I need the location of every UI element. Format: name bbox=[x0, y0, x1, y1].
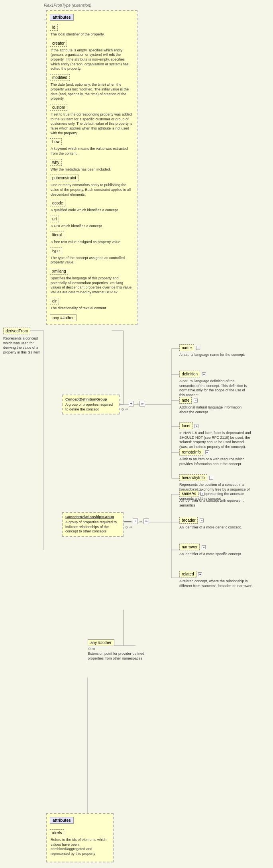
any-other-bottom-section: any ##other 0..∞ Extension point for pro… bbox=[88, 638, 151, 661]
pubconstraint-desc: One or many constraints apply to publish… bbox=[51, 183, 134, 197]
arrow-3: → bbox=[139, 519, 142, 523]
xmllang-desc: Specifies the language of this property … bbox=[51, 276, 134, 295]
creator-desc: If the attribute is empty, specifies whi… bbox=[51, 48, 134, 71]
qcode-field[interactable]: qcode bbox=[50, 200, 65, 206]
concept-rel-range: 0..∞ bbox=[126, 525, 132, 529]
name-desc: A natural language name for the concept. bbox=[179, 353, 245, 357]
facet-desc: In NAR 1.8 and later, facet is deprecate… bbox=[179, 431, 251, 450]
how-desc: A keyword which means the value was extr… bbox=[51, 147, 134, 156]
idrefs-field-container: idrefs Refers to the ids of elements whi… bbox=[50, 829, 110, 856]
note-desc: Additional natural language information … bbox=[179, 405, 251, 414]
hierarchy-info-field[interactable]: hierarchyInfo bbox=[179, 474, 207, 481]
uri-field[interactable]: uri bbox=[50, 216, 59, 222]
why-field-container: why Why the metadata has been included. bbox=[50, 158, 134, 172]
related-field[interactable]: related bbox=[179, 571, 196, 577]
connector-box-1: + bbox=[129, 401, 134, 407]
definition-field[interactable]: definition bbox=[179, 371, 200, 377]
connector-box-3: + bbox=[133, 518, 138, 524]
broader-item: broader + An identifier of a more generi… bbox=[179, 516, 242, 530]
modified-desc: The date (and, optionally, the time) whe… bbox=[51, 82, 134, 101]
concept-relationships-group-box: ConceptRelationshipsGroup A group of pro… bbox=[62, 512, 124, 537]
concept-definition-group-desc: A group of properties required to define… bbox=[65, 403, 116, 412]
hierarchy-info-expand-icon[interactable]: + bbox=[209, 476, 213, 480]
main-attributes-box: attributes id The local identifier of th… bbox=[46, 10, 137, 325]
connector-box-4: ∞ bbox=[143, 518, 149, 524]
modified-field-container: modified The date (and, optionally, the … bbox=[50, 73, 134, 101]
creator-field-container: creator If the attribute is empty, speci… bbox=[50, 39, 134, 71]
why-desc: Why the metadata has been included. bbox=[51, 167, 134, 172]
any-other-bottom-desc: Extension point for provider-defined pro… bbox=[88, 652, 151, 661]
narrower-item: narrower + An identifier of a more speci… bbox=[179, 543, 242, 557]
any-other-bottom-box: any ##other bbox=[88, 639, 114, 646]
broader-expand-icon[interactable]: + bbox=[200, 518, 204, 522]
modified-field[interactable]: modified bbox=[50, 74, 70, 81]
page-title: Flex1PropType (extension) bbox=[44, 3, 91, 8]
bottom-attributes-header-container: attributes bbox=[50, 817, 110, 826]
derived-from-desc: Represents a concept which was used for … bbox=[3, 336, 41, 355]
name-field[interactable]: name bbox=[179, 344, 194, 351]
note-item: note + Additional natural language infor… bbox=[179, 396, 251, 414]
literal-desc: A free-text value assigned as property v… bbox=[51, 240, 134, 245]
concept-def-range: 0..∞ bbox=[122, 407, 128, 411]
pubconstraint-field-container: pubconstraint One or many constraints ap… bbox=[50, 174, 134, 197]
qcode-field-container: qcode A qualified code which identifies … bbox=[50, 199, 134, 213]
facet-item: facet + In NAR 1.8 and later, facet is d… bbox=[179, 422, 251, 450]
bottom-attributes-box: attributes idrefs Refers to the ids of e… bbox=[46, 813, 114, 862]
remote-info-desc: A link to an item or a web resource whic… bbox=[179, 457, 251, 466]
remote-info-item: remoteInfo + A link to an item or a web … bbox=[179, 448, 251, 466]
any-other-box: any ##other bbox=[50, 314, 77, 321]
arrow-connector-2: —— bbox=[124, 519, 132, 523]
narrower-desc: An identifier of a more specific concept… bbox=[179, 552, 242, 557]
literal-field[interactable]: literal bbox=[50, 232, 64, 238]
type-field[interactable]: type bbox=[50, 247, 62, 254]
related-desc: A related concept, where the relationshi… bbox=[179, 579, 255, 588]
creator-field[interactable]: creator bbox=[50, 40, 67, 47]
pubconstraint-field[interactable]: pubconstraint bbox=[50, 175, 79, 181]
facet-field[interactable]: facet bbox=[179, 422, 193, 429]
dir-field-container: dir The directionality of textual conten… bbox=[50, 297, 134, 311]
same-as-field[interactable]: sameAs bbox=[179, 490, 198, 497]
type-desc: The type of the concept assigned as cont… bbox=[51, 256, 134, 265]
definition-expand-icon[interactable]: + bbox=[202, 372, 206, 376]
broader-field[interactable]: broader bbox=[179, 517, 198, 524]
narrower-expand-icon[interactable]: + bbox=[202, 545, 206, 549]
how-field[interactable]: how bbox=[50, 138, 62, 145]
facet-expand-icon[interactable]: + bbox=[194, 424, 198, 428]
uri-field-container: uri A URI which identifies a concept. bbox=[50, 215, 134, 229]
xmllang-field-container: xmllang Specifies the language of this p… bbox=[50, 267, 134, 295]
custom-field-container: custom If set to true the corresponding … bbox=[50, 103, 134, 136]
related-item: related + A related concept, where the r… bbox=[179, 570, 255, 588]
custom-field[interactable]: custom bbox=[50, 104, 67, 111]
why-field[interactable]: why bbox=[50, 159, 62, 166]
dir-field[interactable]: dir bbox=[50, 298, 59, 304]
concept-definition-group-label: ConceptDefinitionGroup bbox=[65, 397, 116, 401]
related-expand-icon[interactable]: + bbox=[198, 572, 202, 576]
page: Flex1PropType (extension) attributes id … bbox=[0, 0, 273, 868]
broader-desc: An identifier of a more generic concept. bbox=[179, 525, 242, 530]
bottom-attributes-header: attributes bbox=[50, 817, 74, 824]
type-field-container: type The type of the concept assigned as… bbox=[50, 247, 134, 265]
name-expand-icon[interactable]: + bbox=[196, 346, 200, 350]
derived-from-field[interactable]: derivedFrom bbox=[3, 328, 30, 334]
any-other-bottom-range: 0..∞ bbox=[88, 647, 151, 651]
note-expand-icon[interactable]: + bbox=[194, 399, 198, 403]
literal-field-container: literal A free-text value assigned as pr… bbox=[50, 231, 134, 245]
idrefs-desc: Refers to the ids of elements which valu… bbox=[51, 838, 110, 856]
idrefs-field[interactable]: idrefs bbox=[50, 829, 64, 836]
note-field[interactable]: note bbox=[179, 397, 192, 404]
id-field[interactable]: id bbox=[50, 24, 58, 31]
same-as-item: sameAs + An identifier of a concept with… bbox=[179, 489, 255, 508]
uri-desc: A URI which identifies a concept. bbox=[51, 224, 134, 229]
same-as-expand-icon[interactable]: + bbox=[200, 492, 204, 496]
remote-info-expand-icon[interactable]: + bbox=[205, 450, 209, 454]
dir-desc: The directionality of textual content. bbox=[51, 306, 134, 311]
custom-desc: If set to true the corresponding propert… bbox=[51, 112, 134, 136]
attributes-header: attributes bbox=[50, 14, 134, 23]
xmllang-field[interactable]: xmllang bbox=[50, 268, 68, 275]
name-item: name + A natural language name for the c… bbox=[179, 344, 245, 357]
remote-info-field[interactable]: remoteInfo bbox=[179, 449, 203, 456]
narrower-field[interactable]: narrower bbox=[179, 544, 200, 550]
same-as-desc: An identifier of a concept with equivale… bbox=[179, 499, 255, 508]
qcode-desc: A qualified code which identifies a conc… bbox=[51, 208, 134, 213]
concept-rel-arrow: —— + → ∞ bbox=[124, 519, 149, 523]
